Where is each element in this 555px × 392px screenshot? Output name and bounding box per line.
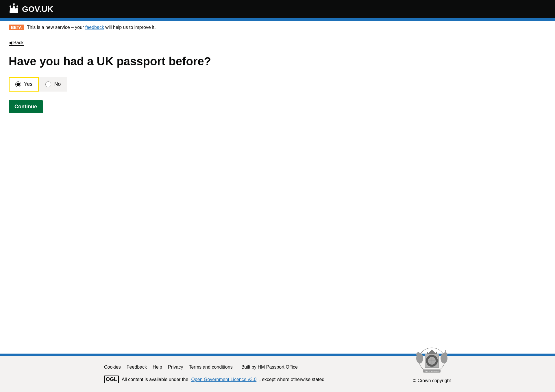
radio-option-no[interactable]: No: [39, 77, 67, 92]
footer-built-by: Built by HM Passport Office: [241, 365, 298, 370]
copyright-text: © Crown copyright: [413, 378, 451, 383]
svg-text:DIEU ET MON DROIT: DIEU ET MON DROIT: [425, 371, 439, 372]
svg-point-9: [443, 352, 447, 356]
royal-coat-of-arms: DIEU ET MON DROIT: [415, 344, 449, 376]
footer-blue-bar: [0, 354, 555, 356]
footer-links: Cookies Feedback Help Privacy Terms and …: [104, 365, 451, 370]
radio-no-input[interactable]: [45, 81, 51, 87]
footer-licence: OGL All content is available under the O…: [104, 376, 451, 383]
footer-link-privacy[interactable]: Privacy: [168, 365, 183, 370]
crown-icon: [9, 3, 19, 15]
radio-option-yes[interactable]: Yes: [9, 77, 39, 92]
crown-copyright: DIEU ET MON DROIT © Crown copyright: [413, 344, 451, 383]
beta-message: This is a new service – your feedback wi…: [27, 25, 156, 30]
radio-no-label: No: [54, 81, 61, 87]
ogl-link[interactable]: Open Government Licence v3.0: [191, 377, 256, 382]
back-link[interactable]: ◀ Back: [9, 40, 24, 46]
footer-link-help[interactable]: Help: [153, 365, 162, 370]
page-heading: Have you had a UK passport before?: [9, 54, 269, 68]
gov-uk-logo[interactable]: GOV.UK: [9, 3, 53, 15]
site-header: GOV.UK: [0, 0, 555, 18]
radio-yes-label: Yes: [24, 81, 32, 87]
back-arrow-icon: ◀: [9, 40, 12, 45]
feedback-link[interactable]: feedback: [85, 25, 104, 30]
beta-message-after: will help us to improve it.: [104, 25, 156, 30]
radio-yes-input[interactable]: [15, 81, 21, 87]
main-content: ◀ Back Have you had a UK passport before…: [0, 34, 278, 131]
ogl-logo: OGL: [104, 376, 119, 383]
svg-rect-0: [10, 12, 18, 13]
continue-button[interactable]: Continue: [9, 100, 43, 113]
site-footer: Cookies Feedback Help Privacy Terms and …: [0, 356, 555, 392]
footer-link-terms[interactable]: Terms and conditions: [189, 365, 232, 370]
footer-inner: Cookies Feedback Help Privacy Terms and …: [104, 365, 451, 383]
radio-group: Yes No: [9, 77, 269, 92]
licence-text-before: All content is available under the: [122, 377, 188, 382]
licence-text-after: , except where otherwise stated: [259, 377, 324, 382]
svg-point-2: [13, 3, 15, 5]
svg-point-7: [416, 352, 420, 356]
svg-point-1: [10, 5, 11, 7]
content-spacer: [0, 131, 555, 354]
footer-link-feedback[interactable]: Feedback: [127, 365, 147, 370]
back-link-label: Back: [13, 40, 24, 45]
beta-badge: BETA: [9, 25, 24, 30]
header-blue-bar: [0, 18, 555, 21]
beta-banner: BETA This is a new service – your feedba…: [0, 21, 555, 34]
footer-link-cookies[interactable]: Cookies: [104, 365, 121, 370]
logo-text: GOV.UK: [22, 5, 53, 14]
beta-message-before: This is a new service – your: [27, 25, 85, 30]
svg-point-3: [16, 5, 18, 7]
